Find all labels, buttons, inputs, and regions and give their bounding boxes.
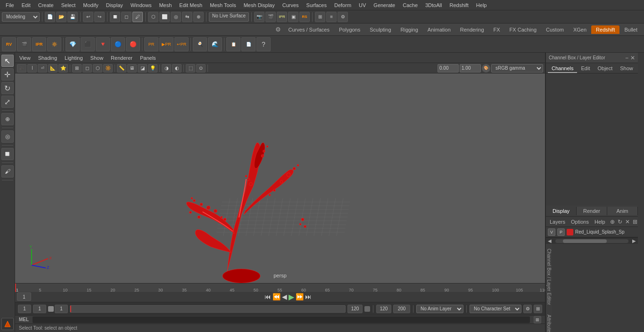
menu-mesh-tools[interactable]: Mesh Tools bbox=[206, 1, 239, 9]
scroll-right-arrow[interactable]: ▶ bbox=[630, 238, 638, 243]
ao-btn[interactable]: ◐ bbox=[172, 64, 182, 73]
menu-select[interactable]: Select bbox=[58, 1, 80, 9]
menu-edit-mesh[interactable]: Edit Mesh bbox=[175, 1, 206, 9]
rs-shelf-icon-14[interactable]: 🌊 bbox=[208, 37, 222, 51]
scroll-track[interactable] bbox=[555, 239, 628, 243]
layer-refresh-icon[interactable]: ↻ bbox=[617, 219, 623, 225]
rs-shelf-icon-17[interactable]: ? bbox=[256, 37, 271, 51]
camera-sync-btn[interactable]: ⏐ bbox=[27, 64, 37, 73]
tab-show[interactable]: Show bbox=[616, 65, 637, 73]
menu-surfaces[interactable]: Surfaces bbox=[303, 1, 330, 9]
workspace-btn[interactable]: ⊞ bbox=[315, 12, 325, 22]
move-tool-btn[interactable]: ✛ bbox=[1, 68, 14, 81]
no-char-set-dropdown[interactable]: No Character Set bbox=[470, 305, 521, 313]
x-ray-btn[interactable]: ⬡ bbox=[93, 64, 102, 73]
tab-channels[interactable]: Channels bbox=[548, 65, 577, 73]
snap-btn[interactable]: 🔲 bbox=[1, 148, 14, 160]
layers-menu-item[interactable]: Layers bbox=[548, 219, 567, 225]
anim-end-field[interactable] bbox=[376, 305, 391, 313]
paint-skin-btn[interactable]: 🖌 bbox=[1, 165, 14, 178]
select-by-hierarchy-btn[interactable]: 🔲 bbox=[110, 12, 120, 22]
play-forward-btn[interactable]: ▶ bbox=[289, 292, 294, 301]
inner-start-field[interactable] bbox=[55, 305, 68, 313]
rs-shelf-icon-16[interactable]: 📄 bbox=[241, 37, 256, 51]
camera-film-btn[interactable]: 🎥 bbox=[17, 64, 26, 73]
cam-res-btn[interactable]: 📏 bbox=[117, 64, 126, 73]
rs-shelf-icon-10[interactable]: PR bbox=[144, 37, 158, 51]
soft-select-btn[interactable]: ◎ bbox=[171, 12, 181, 22]
menu-curves[interactable]: Curves bbox=[279, 1, 303, 9]
help-menu-item[interactable]: Help bbox=[593, 219, 607, 225]
frame-input-field[interactable] bbox=[33, 305, 46, 313]
rs-shelf-icon-8[interactable]: 🔵 bbox=[111, 37, 125, 51]
rs-shelf-icon-7[interactable]: 🔻 bbox=[96, 37, 110, 51]
wireframe-btn[interactable]: ◻ bbox=[83, 64, 92, 73]
no-anim-layer-dropdown[interactable]: No Anim Layer bbox=[416, 305, 463, 313]
menu-help[interactable]: Help bbox=[472, 1, 491, 9]
tab-display[interactable]: Display bbox=[546, 207, 577, 215]
play-back-btn[interactable]: ◀ bbox=[282, 293, 287, 300]
rs-shelf-icon-15[interactable]: 📋 bbox=[226, 37, 240, 51]
vp-menu-view[interactable]: View bbox=[17, 55, 33, 61]
menu-generate[interactable]: Generate bbox=[370, 1, 399, 9]
menu-uv[interactable]: UV bbox=[355, 1, 370, 9]
layer-new-icon[interactable]: ⊕ bbox=[609, 219, 616, 225]
options-menu-item[interactable]: Options bbox=[569, 219, 591, 225]
rs-shelf-icon-4[interactable]: 🔆 bbox=[47, 37, 61, 51]
menu-3dto-all[interactable]: 3DtoAll bbox=[421, 1, 446, 9]
rs-shelf-icon-2[interactable]: 🎬 bbox=[17, 37, 31, 51]
render-region-btn[interactable]: ▣ bbox=[288, 12, 298, 22]
rs-icon-1[interactable]: RS bbox=[299, 12, 310, 22]
scale-tool-btn[interactable]: ⤢ bbox=[1, 96, 14, 108]
close-btn[interactable]: ✕ bbox=[630, 55, 635, 61]
lighting-btn[interactable]: 💡 bbox=[148, 64, 157, 73]
vp-menu-lighting[interactable]: Lighting bbox=[62, 55, 85, 61]
select-tool-btn[interactable]: ↖ bbox=[1, 55, 14, 67]
shelf-tab-custom[interactable]: Custom bbox=[541, 25, 569, 34]
menu-redshift[interactable]: Redshift bbox=[446, 1, 472, 9]
shelf-tab-rendering[interactable]: Rendering bbox=[455, 25, 489, 34]
frame-start-field[interactable] bbox=[18, 305, 31, 313]
menu-mesh-display[interactable]: Mesh Display bbox=[240, 1, 279, 9]
hardware-render-btn[interactable]: 🎬 bbox=[265, 12, 276, 22]
range-end-field[interactable] bbox=[393, 305, 410, 313]
shelf-gear[interactable]: ⚙ bbox=[272, 26, 284, 33]
shelf-tab-curves-surfaces[interactable]: Curves / Surfaces bbox=[284, 25, 334, 34]
rotate-tool-btn[interactable]: ↻ bbox=[1, 82, 14, 94]
scroll-left-arrow[interactable]: ◀ bbox=[546, 238, 553, 243]
shelf-tab-sculpting[interactable]: Sculpting bbox=[365, 25, 396, 34]
hud-btn[interactable]: 🖥 bbox=[127, 64, 137, 73]
end-frame-field[interactable] bbox=[347, 305, 363, 313]
lasso-btn[interactable]: ⬡ bbox=[148, 12, 158, 22]
menu-mesh[interactable]: Mesh bbox=[155, 1, 175, 9]
rs-shelf-icon-12[interactable]: ↩PR bbox=[174, 37, 189, 51]
shelf-tab-bullet[interactable]: Bullet bbox=[619, 25, 642, 34]
isolate-btn[interactable]: 🔆 bbox=[103, 64, 113, 73]
tab-object[interactable]: Object bbox=[594, 65, 616, 73]
shelf-tab-fx[interactable]: FX bbox=[489, 25, 505, 34]
menu-deform[interactable]: Deform bbox=[330, 1, 355, 9]
snap-to-camera-btn[interactable]: 📐 bbox=[48, 64, 58, 73]
shelf-tab-polygons[interactable]: Polygons bbox=[334, 25, 365, 34]
rs-shelf-icon-3[interactable]: IPR bbox=[32, 37, 46, 51]
sym-btn[interactable]: ⇆ bbox=[182, 12, 192, 22]
layer-visibility-btn[interactable]: V bbox=[548, 228, 555, 236]
magnet-btn[interactable]: ⊕ bbox=[193, 12, 204, 22]
shelf-tab-redshift[interactable]: Redshift bbox=[591, 25, 619, 34]
shelf-tab-fx-caching[interactable]: FX Caching bbox=[505, 25, 541, 34]
open-scene-btn[interactable]: 📂 bbox=[56, 12, 66, 22]
menu-file[interactable]: File bbox=[2, 1, 18, 9]
rs-shelf-icon-5[interactable]: 💎 bbox=[66, 37, 80, 51]
menu-edit[interactable]: Edit bbox=[18, 1, 34, 9]
poly-count-btn[interactable]: ⬚ bbox=[186, 64, 195, 73]
rs-render-lt-btn[interactable] bbox=[1, 318, 14, 330]
vp-menu-panels[interactable]: Panels bbox=[138, 55, 158, 61]
vp-menu-shading[interactable]: Shading bbox=[36, 55, 59, 61]
channel-box-side-label[interactable]: Channel Box / Layer Editor bbox=[545, 244, 552, 310]
undo-btn[interactable]: ↩ bbox=[83, 12, 93, 22]
preferences-btn[interactable]: ⚙ bbox=[338, 12, 348, 22]
timeline-ruler[interactable]: 1 5 10 15 20 25 30 35 40 45 50 55 60 65 bbox=[15, 283, 545, 292]
shelf-tab-rigging[interactable]: Rigging bbox=[396, 25, 423, 34]
go-to-end-btn[interactable]: ⏭ bbox=[305, 293, 312, 300]
redo-btn[interactable]: ↪ bbox=[94, 12, 105, 22]
